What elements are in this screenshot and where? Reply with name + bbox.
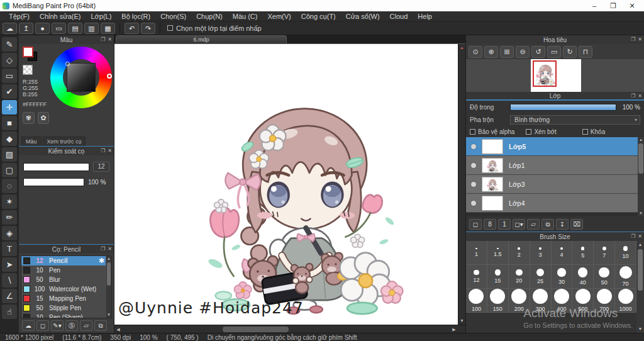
tool-button[interactable]: ▢ [2, 163, 17, 177]
select-layer-checkbox[interactable] [167, 25, 173, 31]
brush-list-scrollbar[interactable]: ▲ ▼ [106, 256, 111, 318]
primary-color-swatch[interactable] [23, 47, 33, 57]
brush-size-cell[interactable]: 400 [552, 289, 573, 313]
brush-size-cell[interactable]: 200 [509, 289, 530, 313]
toolbar-button[interactable]: ● [35, 23, 50, 34]
navigator-view[interactable] [466, 59, 644, 92]
navigator-button[interactable]: ▭ [547, 46, 561, 58]
transparent-color-swatch[interactable] [23, 65, 33, 75]
navigator-button[interactable]: ⊓ [579, 46, 592, 58]
brush-footer-button[interactable]: Ⓢ [65, 320, 78, 331]
layer-footer-button[interactable]: ◻▾ [513, 219, 525, 230]
brush-footer-button[interactable]: ◻ [36, 320, 49, 331]
menu-item[interactable]: Chọn(S) [155, 11, 191, 21]
brush-size-slider[interactable] [23, 163, 89, 171]
brush-size-scrollbar[interactable]: ▲ ▼ [636, 241, 644, 333]
scroll-up-icon[interactable]: ▲ [636, 241, 644, 249]
color-panel-button[interactable]: ✿ [38, 112, 50, 124]
vertical-scrollbar[interactable]: ▲ ▼ [458, 44, 465, 325]
menu-item[interactable]: Lớp(L) [86, 11, 116, 21]
layer-visibility-dot[interactable] [471, 182, 476, 187]
layer-footer-button[interactable]: 8 [484, 219, 496, 230]
scroll-down-icon[interactable]: ▼ [636, 325, 644, 333]
tool-button[interactable]: T [2, 242, 17, 256]
blend-mode-dropdown[interactable]: Bình thường ▾ [510, 115, 640, 125]
navigator-button[interactable]: ↻ [563, 46, 577, 58]
menu-item[interactable]: Bộ lọc(R) [116, 11, 155, 21]
toolbar-button[interactable]: ▦ [101, 23, 115, 34]
color-panel-tab[interactable]: Màu [21, 137, 42, 146]
layer-row[interactable]: Lớp5 ✱ [466, 137, 638, 156]
menu-item[interactable]: Chỉnh sửa(E) [35, 11, 86, 21]
layer-option-checkbox[interactable]: Khóa [582, 128, 638, 135]
brush-size-cell[interactable]: 4 [552, 241, 573, 265]
scroll-up-icon[interactable]: ▲ [638, 137, 644, 143]
brush-footer-button[interactable]: ⧉ [94, 320, 107, 331]
toolbar-button[interactable]: ↥ [19, 23, 33, 34]
brush-footer-button[interactable]: ▱ [80, 320, 92, 331]
layer-row[interactable]: Lớp4 ✱ [466, 194, 638, 213]
saturation-value-square[interactable] [67, 63, 96, 92]
navigator-button[interactable]: ⊞ [500, 46, 514, 58]
layer-footer-button[interactable]: ⌧ [570, 219, 583, 230]
popout-icon[interactable]: ❐ [631, 35, 635, 44]
brush-list-item[interactable]: 10 Pen (Sharp) ✱ [21, 313, 106, 318]
tool-button[interactable]: ▭ [2, 69, 17, 83]
brush-settings-icon[interactable]: ✱ [99, 257, 104, 265]
minimize-button[interactable]: – [585, 0, 604, 11]
brush-size-cell[interactable]: 30 [552, 265, 573, 289]
tool-button[interactable]: ◇ [2, 53, 17, 67]
brush-size-cell[interactable]: 70 [615, 265, 636, 289]
document-tab[interactable]: 6.mdp [116, 35, 287, 43]
scroll-left-icon[interactable]: ◀ [114, 325, 122, 333]
toolbar-button[interactable]: ▭ [52, 23, 66, 34]
layer-row[interactable]: Lớp1 ✱ [466, 156, 638, 175]
navigator-button[interactable]: ⊕ [484, 46, 498, 58]
scroll-right-icon[interactable]: ▶ [450, 325, 458, 333]
brush-size-cell[interactable]: 7 [594, 241, 615, 265]
menu-item[interactable]: Chụp(N) [191, 11, 228, 21]
brush-footer-button[interactable]: ☁ [22, 320, 35, 331]
navigator-viewport-rect[interactable] [533, 60, 557, 87]
brush-opacity-slider[interactable] [23, 178, 84, 186]
menu-item[interactable]: Công cụ(T) [296, 11, 341, 21]
tool-button[interactable]: ✶ [2, 194, 17, 209]
scroll-up-icon[interactable]: ▲ [106, 256, 111, 262]
layer-visibility-dot[interactable] [471, 144, 476, 149]
toolbar-button[interactable]: ▥ [84, 23, 99, 34]
navigator-button[interactable]: ⊙ [469, 46, 482, 58]
tool-button[interactable]: ◆ [2, 131, 17, 146]
brush-size-cell[interactable]: 12 [466, 265, 487, 289]
layer-scrollbar[interactable]: ▲ ▼ [638, 137, 644, 216]
layer-option-checkbox[interactable]: Xén bớt [526, 128, 582, 135]
brush-size-cell[interactable]: 2 [509, 241, 530, 265]
color-wheel[interactable] [50, 47, 112, 108]
menu-item[interactable]: Màu (C) [228, 11, 263, 21]
layer-visibility-dot[interactable] [471, 163, 476, 168]
close-icon[interactable]: ✕ [108, 245, 112, 254]
layer-footer-button[interactable]: ▱ [527, 219, 540, 230]
popout-icon[interactable]: ❐ [631, 92, 635, 101]
brush-size-cell[interactable]: 5 [572, 241, 594, 265]
brush-size-cell[interactable]: 150 [487, 289, 509, 313]
brush-size-cell[interactable]: 500 [572, 289, 594, 313]
layer-row[interactable]: Lớp3 ✱ [466, 175, 638, 194]
brush-list-item[interactable]: 100 Watercolor (Wet) ✱ [21, 284, 106, 294]
navigator-button[interactable]: ↺ [531, 46, 545, 58]
brush-size-cell[interactable]: 100 [466, 289, 487, 313]
brush-list-item[interactable]: 50 Blur ✱ [21, 275, 106, 284]
layer-footer-button[interactable]: ⧉ [541, 219, 554, 230]
tool-button[interactable]: ✎ [2, 37, 17, 52]
toolbar-button[interactable]: ☁ [3, 23, 17, 34]
brush-size-cell[interactable]: 1 [466, 241, 487, 265]
brush-size-cell[interactable]: 15 [487, 265, 509, 289]
tool-button[interactable]: ▨ [2, 147, 17, 162]
tool-button[interactable]: ■ [2, 116, 17, 130]
layer-footer-button[interactable]: ◻ [469, 219, 482, 230]
tool-button[interactable]: ◈ [2, 226, 17, 240]
brush-size-cell[interactable]: 1.5 [487, 241, 509, 265]
popout-icon[interactable]: ❐ [101, 35, 105, 44]
brush-size-value[interactable]: 12 [93, 162, 109, 172]
close-icon[interactable]: ✕ [108, 35, 112, 44]
tool-button[interactable]: ✔ [2, 84, 17, 99]
